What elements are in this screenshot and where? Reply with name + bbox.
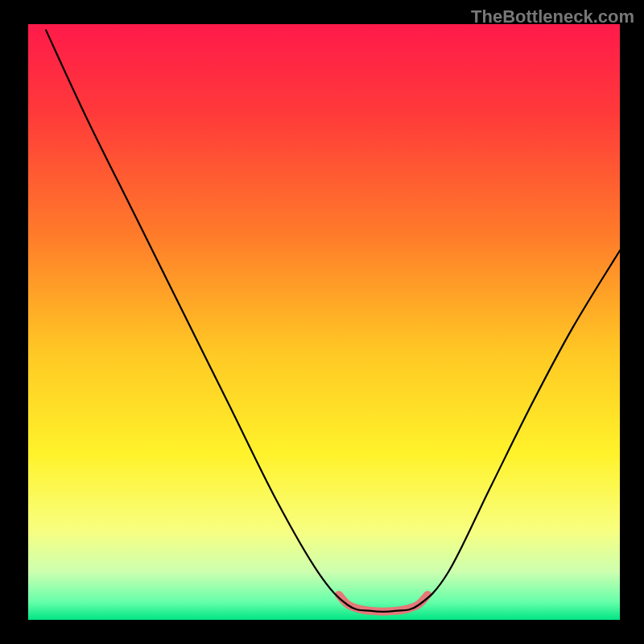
chart-svg	[0, 0, 644, 644]
plot-background	[28, 24, 620, 620]
bottleneck-chart	[0, 0, 644, 644]
watermark-text: TheBottleneck.com	[471, 6, 634, 27]
